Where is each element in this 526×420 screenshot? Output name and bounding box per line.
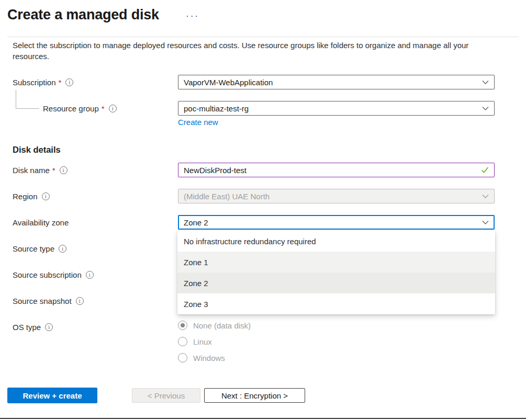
region-dropdown: (Middle East) UAE North [178, 189, 495, 203]
required-asterisk: * [102, 104, 105, 113]
source-snapshot-label-row: Source snapshot i [13, 293, 84, 308]
os-type-option-linux-label: Linux [193, 337, 212, 346]
disk-details-section-title: Disk details [13, 145, 61, 155]
region-label-row: Region i [13, 189, 50, 203]
availability-zone-value: Zone 2 [184, 218, 208, 227]
info-icon[interactable]: i [60, 166, 68, 174]
os-type-radio-windows: Windows [178, 352, 225, 364]
page-title: Create a managed disk [7, 7, 159, 23]
info-icon[interactable]: i [42, 192, 50, 200]
resource-group-value: poc-multiaz-test-rg [184, 104, 249, 113]
subscription-description-text: Select the subscription to manage deploy… [13, 40, 476, 62]
option-zone-3[interactable]: Zone 3 [177, 293, 495, 314]
availability-zone-dropdown[interactable]: Zone 2 [178, 215, 495, 230]
valid-check-icon [481, 167, 489, 173]
bottom-border [0, 418, 526, 419]
disk-name-field [178, 163, 495, 177]
availability-zone-options-menu: No infrastructure redundancy required Zo… [177, 231, 495, 314]
info-icon[interactable]: i [109, 105, 117, 112]
create-new-link[interactable]: Create new [178, 118, 218, 127]
option-zone-2[interactable]: Zone 2 [177, 273, 495, 293]
option-zone-1[interactable]: Zone 1 [177, 252, 495, 273]
review-create-button[interactable]: Review + create [7, 388, 97, 403]
info-icon[interactable]: i [76, 297, 84, 305]
source-subscription-label: Source subscription [13, 270, 82, 279]
previous-button: < Previous [132, 388, 200, 403]
os-type-label-row: OS type i [13, 320, 53, 334]
subscription-label-row: Subscription * i [13, 75, 73, 89]
region-label: Region [13, 192, 38, 201]
availability-zone-label: Availability zone [13, 218, 69, 227]
info-icon[interactable]: i [45, 323, 53, 331]
info-icon[interactable]: i [65, 78, 73, 86]
chevron-down-icon [482, 80, 489, 85]
disk-name-label: Disk name [13, 166, 50, 175]
resource-group-label-row: Resource group * i [43, 101, 117, 116]
radio-unselected-icon [178, 353, 187, 362]
source-type-label-row: Source type i [13, 241, 66, 256]
resource-group-dropdown[interactable]: poc-multiaz-test-rg [178, 101, 495, 116]
os-type-option-none-label: None (data disk) [193, 321, 251, 330]
required-asterisk: * [52, 166, 55, 175]
connector-horizontal-line [16, 108, 39, 109]
source-snapshot-label: Source snapshot [13, 297, 72, 305]
disk-name-input[interactable] [184, 163, 481, 177]
os-type-radio-none: None (data disk) [178, 320, 251, 331]
region-value: (Middle East) UAE North [184, 192, 270, 201]
header-divider [7, 37, 519, 37]
more-menu-icon[interactable]: ··· [186, 11, 199, 21]
create-managed-disk-page: Create a managed disk ··· Select the sub… [0, 0, 526, 420]
subscription-dropdown[interactable]: VaporVM-WebApplication [178, 75, 495, 89]
chevron-down-icon [482, 194, 489, 199]
required-asterisk: * [59, 78, 62, 87]
next-encryption-button[interactable]: Next : Encryption > [204, 388, 305, 403]
chevron-down-icon [482, 106, 489, 111]
os-type-option-windows-label: Windows [193, 354, 225, 362]
source-subscription-label-row: Source subscription i [13, 267, 94, 282]
source-type-label: Source type [13, 244, 54, 253]
connector-vertical-line [16, 90, 16, 109]
option-no-infrastructure-redundancy[interactable]: No infrastructure redundancy required [177, 231, 495, 252]
subscription-label: Subscription [13, 78, 56, 87]
availability-zone-label-row: Availability zone [13, 215, 69, 230]
os-type-radio-linux: Linux [178, 336, 212, 347]
info-icon[interactable]: i [86, 271, 94, 279]
radio-selected-icon [178, 321, 187, 330]
disk-name-label-row: Disk name * i [13, 163, 68, 177]
subscription-value: VaporVM-WebApplication [184, 78, 273, 87]
chevron-down-icon [482, 220, 489, 225]
info-icon[interactable]: i [59, 245, 66, 253]
os-type-label: OS type [13, 323, 41, 332]
resource-group-label: Resource group [43, 104, 99, 113]
radio-unselected-icon [178, 337, 187, 346]
